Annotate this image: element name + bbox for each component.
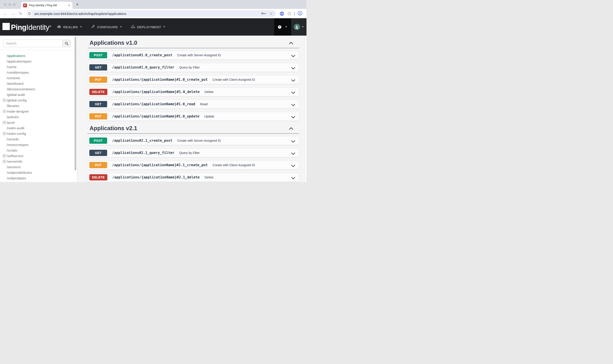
sidebar-item-policies[interactable]: /policies (0, 114, 74, 120)
expand-plus-icon[interactable]: + (3, 132, 6, 135)
api-endpoint-row[interactable]: GET/applications#2.1_query_filterQuery b… (87, 148, 299, 157)
endpoint-description: Query by Filter (179, 151, 200, 155)
window-controls (4, 3, 16, 6)
chevron-down-icon[interactable] (291, 115, 295, 119)
sidebar-item-cache[interactable]: /cache (0, 64, 74, 70)
sidebar-item-libraries[interactable]: /libraries (0, 103, 74, 109)
api-endpoint-row[interactable]: PUT/applications/{applicationName}#1.0_u… (87, 112, 299, 121)
sidebar-item-label: /conditiontypes (7, 71, 29, 74)
chevron-down-icon[interactable] (291, 140, 295, 143)
chevron-down-icon[interactable] (291, 176, 295, 180)
api-endpoint-row[interactable]: GET/applications/{applicationName}#1.0_r… (87, 100, 299, 109)
chevron-down-icon[interactable] (291, 152, 295, 156)
url-text[interactable]: am.example.com:8443/am/ui-admin/#api/exp… (34, 12, 261, 15)
search-button[interactable] (62, 39, 71, 47)
sidebar-scrollbar-thumb[interactable] (75, 37, 76, 170)
sidebar-item-applicationtypes[interactable]: /applicationtypes (0, 59, 74, 64)
sidebar-item-push[interactable]: +/push (0, 120, 74, 125)
chevron-down-icon[interactable] (291, 54, 295, 58)
address-bar[interactable]: am.example.com:8443/am/ui-admin/#api/exp… (26, 10, 276, 17)
user-menu[interactable] (291, 18, 306, 36)
expand-plus-icon[interactable]: + (3, 155, 6, 157)
api-endpoint-row[interactable]: GET/applications#1.0_query_filterQuery b… (87, 63, 299, 72)
sidebar-item-subjecttypes[interactable]: /subjecttypes (0, 175, 74, 181)
forward-icon[interactable]: → (11, 12, 15, 15)
expand-plus-icon[interactable]: + (3, 160, 6, 163)
search-input[interactable] (3, 39, 62, 47)
chevron-down-icon (285, 26, 287, 27)
chevron-down-icon (163, 26, 165, 27)
sidebar-item-applications[interactable]: /applications (0, 53, 74, 59)
expand-plus-icon[interactable]: + (3, 99, 6, 102)
expand-plus-icon[interactable]: + (3, 121, 6, 124)
menu-realms[interactable]: REALMS (57, 25, 82, 29)
tab-title: Ping Identity | Ping AM (29, 4, 66, 7)
help-menu[interactable]: ? (274, 18, 291, 36)
sidebar-item-global-audit[interactable]: /global-audit (0, 92, 74, 97)
api-endpoint-row[interactable]: DELETE/applications/{applicationName}#2.… (87, 173, 299, 182)
sidebar-item-resourcetypes[interactable]: /resourcetypes (0, 142, 74, 147)
method-badge: GET (89, 150, 107, 156)
back-icon[interactable]: ← (3, 12, 7, 15)
endpoint-description: Create with Server-Assigned ID (177, 53, 221, 57)
chevron-down-icon[interactable] (291, 78, 295, 83)
sidebar-item-selfservice[interactable]: +/selfservice (0, 153, 74, 159)
chevron-down-icon[interactable] (291, 103, 295, 107)
endpoint-path: /applications/{applicationName}#1.0_crea… (112, 78, 208, 82)
sidebar-item-label: /records (7, 137, 19, 141)
window-zoom-button[interactable] (13, 3, 16, 6)
sidebar-item-subjectattributes[interactable]: /subjectattributes (0, 170, 74, 175)
zm-extension-icon[interactable]: zm (280, 12, 284, 16)
ping-identity-logo[interactable]: PingIdentity® (2, 22, 51, 32)
tab-favicon: P (23, 4, 27, 7)
chevron-up-icon[interactable] (289, 127, 293, 131)
sidebar-item-serverinfo[interactable]: +/serverinfo (0, 159, 74, 164)
browser-tab[interactable]: P Ping Identity | Ping AM ✕ (21, 2, 72, 9)
sidebar-endpoint-list: /applications/applicationtypes/cache/con… (0, 53, 74, 181)
reload-icon[interactable]: ↻ (19, 12, 22, 15)
endpoint-path: /applications/{applicationName}#1.0_read (112, 102, 195, 106)
sidebar-scrollbar[interactable] (74, 36, 77, 182)
sidebar-item-contexts[interactable]: /contexts (0, 75, 74, 81)
tab-close-icon[interactable]: ✕ (68, 4, 70, 7)
extensions-puzzle-icon[interactable] (287, 11, 291, 16)
sidebar-item-label: /selfservice (7, 154, 23, 158)
endpoint-description: Create with Server-Assigned ID (177, 139, 221, 143)
sidebar-item-realm-config[interactable]: +/realm-config (0, 131, 74, 136)
password-key-icon[interactable] (261, 12, 266, 15)
sitemap-icon (131, 25, 135, 29)
sidebar-item-node-designer[interactable]: +/node-designer (0, 109, 74, 114)
api-endpoint-row[interactable]: POST/applications#1.0_create_postCreate … (87, 51, 299, 60)
sidebar-item-label: /global-audit (7, 93, 25, 97)
api-endpoint-row[interactable]: DELETE/applications/{applicationName}#1.… (87, 87, 299, 96)
api-endpoint-row[interactable]: POST/applications#2.1_create_postCreate … (87, 136, 299, 145)
chevron-up-icon[interactable] (289, 41, 293, 45)
sidebar-item-realm-audit[interactable]: /realm-audit (0, 125, 74, 131)
sidebar-item-label: /libraries (7, 104, 19, 108)
sidebar-item-decisioncombiners[interactable]: /decisioncombiners (0, 86, 74, 92)
chevron-down-icon[interactable] (291, 66, 295, 70)
ping-logo-text: PingIdentity® (11, 22, 51, 32)
endpoint-description: Query by Filter (179, 66, 200, 69)
sidebar-item-dashboard[interactable]: /dashboard (0, 81, 74, 86)
api-endpoint-row[interactable]: PUT/applications/{applicationName}#1.0_c… (87, 75, 299, 84)
chevron-down-icon[interactable] (291, 91, 295, 95)
page-scrollbar[interactable] (304, 36, 306, 182)
chevron-down-icon[interactable] (291, 164, 295, 168)
sidebar-item-label: /global-config (7, 98, 27, 102)
sidebar-item-global-config[interactable]: +/global-config (0, 97, 74, 103)
window-close-button[interactable] (4, 3, 7, 6)
window-minimize-button[interactable] (8, 3, 11, 6)
browser-profile-icon[interactable] (298, 11, 302, 16)
menu-deployment[interactable]: DEPLOYMENT (131, 25, 165, 29)
sidebar-item-scripts[interactable]: /scripts (0, 147, 74, 153)
menu-configure[interactable]: CONFIGURE (91, 25, 122, 29)
api-endpoint-row[interactable]: PUT/applications/{applicationName}#2.1_c… (87, 161, 299, 169)
site-info-icon[interactable] (27, 11, 32, 16)
bookmark-star-icon[interactable]: ☆ (270, 12, 273, 15)
sidebar-item-records[interactable]: /records (0, 136, 74, 142)
sidebar-item-conditiontypes[interactable]: /conditiontypes (0, 70, 74, 75)
new-tab-button[interactable]: + (76, 1, 79, 7)
sidebar-item-sessions[interactable]: /sessions (0, 164, 74, 170)
expand-plus-icon[interactable]: + (3, 110, 6, 113)
